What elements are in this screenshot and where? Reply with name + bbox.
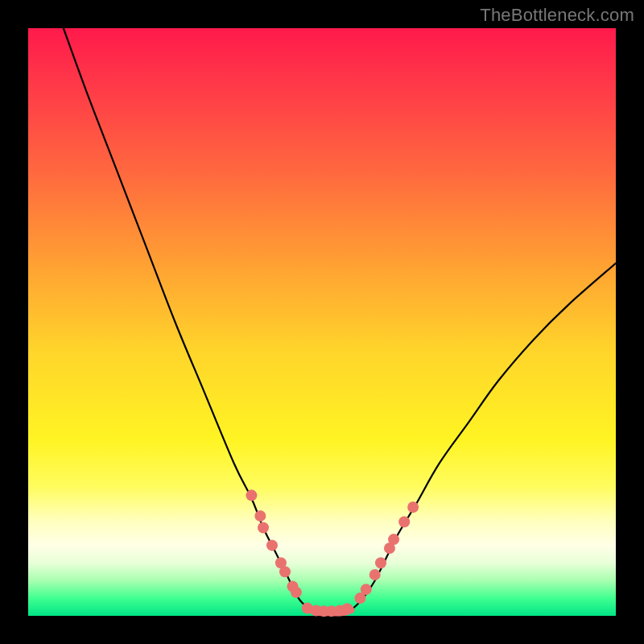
chart-lines — [64, 28, 616, 610]
watermark-text: TheBottleneck.com — [480, 5, 634, 26]
chart-markers — [246, 489, 419, 617]
svg-point-0 — [246, 489, 257, 501]
chart-svg — [28, 28, 616, 616]
svg-point-10 — [369, 569, 381, 580]
svg-point-9 — [361, 584, 372, 595]
svg-point-14 — [398, 516, 410, 527]
svg-point-7 — [291, 587, 302, 598]
chart-frame: TheBottleneck.com — [0, 0, 644, 644]
svg-point-2 — [258, 522, 269, 534]
svg-point-1 — [254, 510, 266, 522]
svg-point-21 — [341, 603, 353, 614]
svg-point-3 — [266, 539, 278, 551]
svg-point-11 — [375, 557, 386, 568]
svg-point-15 — [407, 502, 419, 513]
svg-point-13 — [388, 534, 399, 545]
plot-area — [28, 28, 616, 616]
svg-point-5 — [279, 566, 291, 577]
